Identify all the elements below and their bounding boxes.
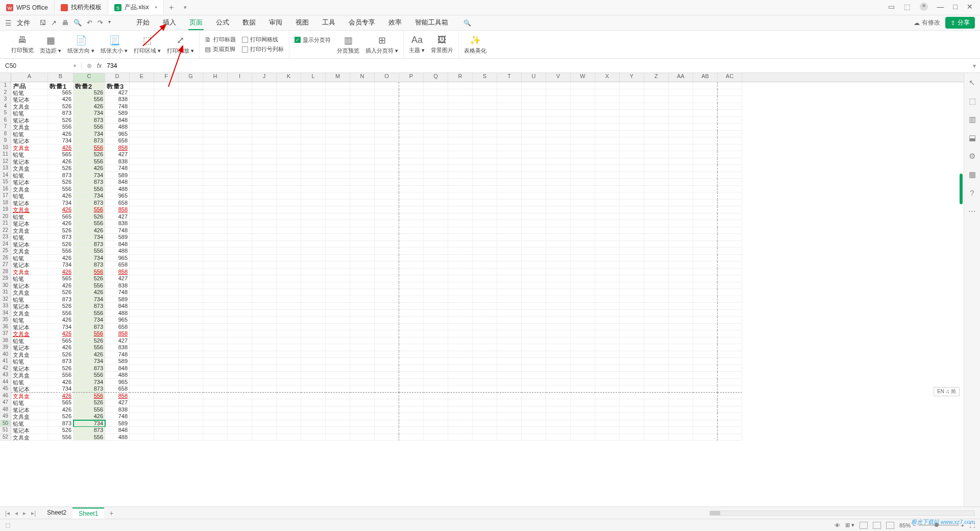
cell[interactable]: [595, 420, 620, 427]
cell[interactable]: [522, 289, 546, 296]
cell[interactable]: 文具盒: [11, 186, 48, 193]
cell[interactable]: [375, 310, 399, 317]
cell[interactable]: [375, 296, 399, 303]
cell[interactable]: [399, 261, 424, 269]
cell[interactable]: [620, 158, 644, 165]
cell[interactable]: [522, 261, 546, 269]
cell[interactable]: [252, 434, 277, 441]
cell[interactable]: 873: [48, 110, 74, 117]
row-header[interactable]: 26: [0, 255, 11, 262]
cell[interactable]: [375, 379, 399, 386]
cell[interactable]: [252, 413, 277, 420]
cell[interactable]: 565: [48, 213, 74, 221]
cell[interactable]: [497, 344, 522, 351]
row-header[interactable]: 12: [0, 158, 11, 165]
cell[interactable]: [693, 124, 718, 131]
cell[interactable]: [203, 393, 228, 400]
row-header[interactable]: 27: [0, 261, 11, 269]
cell[interactable]: [620, 96, 644, 103]
cell[interactable]: [644, 420, 669, 427]
cell[interactable]: [326, 427, 350, 434]
cell[interactable]: [718, 393, 742, 400]
cell[interactable]: 526: [74, 337, 105, 345]
sheet-tab[interactable]: Sheet2: [41, 508, 72, 519]
cell[interactable]: [546, 296, 571, 303]
menu-tab-8[interactable]: 会员专享: [348, 16, 376, 30]
cell[interactable]: [252, 227, 277, 234]
cell[interactable]: [154, 151, 179, 158]
cell[interactable]: [228, 186, 252, 193]
cell[interactable]: 426: [48, 206, 74, 213]
cell[interactable]: [718, 137, 742, 144]
cell[interactable]: [693, 379, 718, 386]
cell[interactable]: [620, 227, 644, 234]
cell[interactable]: 426: [48, 144, 74, 152]
cell[interactable]: [718, 151, 742, 158]
cell[interactable]: [546, 220, 571, 227]
cell[interactable]: [350, 241, 375, 248]
cell[interactable]: [228, 234, 252, 241]
cell[interactable]: [669, 420, 693, 427]
cell[interactable]: 426: [48, 282, 74, 289]
cell[interactable]: [546, 261, 571, 269]
cell[interactable]: [424, 344, 448, 351]
cube-icon[interactable]: ⬚: [904, 3, 911, 12]
row-header[interactable]: 21: [0, 220, 11, 227]
cell[interactable]: [350, 234, 375, 241]
cell[interactable]: [277, 303, 301, 310]
cell[interactable]: [522, 206, 546, 213]
cell[interactable]: [326, 192, 350, 200]
cell[interactable]: [154, 358, 179, 365]
cell[interactable]: 426: [74, 289, 105, 296]
cell[interactable]: [718, 186, 742, 193]
cell[interactable]: [203, 255, 228, 262]
cell[interactable]: [154, 186, 179, 193]
cell[interactable]: [203, 296, 228, 303]
cell[interactable]: [179, 351, 203, 358]
cell[interactable]: [203, 337, 228, 345]
cell[interactable]: [375, 137, 399, 144]
cell[interactable]: [203, 124, 228, 131]
cell[interactable]: [301, 124, 326, 131]
cell[interactable]: [718, 131, 742, 138]
cell[interactable]: [522, 385, 546, 393]
cell[interactable]: [571, 234, 595, 241]
cell[interactable]: 426: [74, 413, 105, 420]
cell[interactable]: [228, 227, 252, 234]
cell[interactable]: [497, 406, 522, 414]
cell[interactable]: [473, 296, 497, 303]
cell[interactable]: [595, 358, 620, 365]
cell[interactable]: [448, 213, 473, 221]
cell[interactable]: [375, 289, 399, 296]
cell[interactable]: [375, 234, 399, 241]
cell[interactable]: [448, 413, 473, 420]
cell[interactable]: [595, 151, 620, 158]
cell[interactable]: [228, 289, 252, 296]
cell[interactable]: [350, 206, 375, 213]
cell[interactable]: [154, 275, 179, 282]
cell[interactable]: [375, 241, 399, 248]
cell[interactable]: [326, 261, 350, 269]
cell[interactable]: [424, 358, 448, 365]
cell[interactable]: [326, 220, 350, 227]
cell[interactable]: [571, 124, 595, 131]
cell[interactable]: [350, 96, 375, 103]
cell[interactable]: [228, 144, 252, 152]
cell[interactable]: [179, 241, 203, 248]
cell[interactable]: [595, 220, 620, 227]
cell[interactable]: [669, 220, 693, 227]
cell[interactable]: 文具盒: [11, 269, 48, 276]
cell[interactable]: [179, 275, 203, 282]
cell[interactable]: 文具盒: [11, 310, 48, 317]
row-header[interactable]: 1: [0, 82, 11, 89]
cell[interactable]: [301, 379, 326, 386]
cell[interactable]: [595, 324, 620, 331]
cell[interactable]: [473, 248, 497, 255]
cloud-status[interactable]: ☁有修改: [914, 18, 940, 27]
background-button[interactable]: 🖼背景图片: [431, 35, 453, 54]
cell[interactable]: 734: [48, 200, 74, 207]
cell[interactable]: 965: [105, 317, 130, 324]
formula-input[interactable]: [107, 62, 964, 69]
cell[interactable]: [350, 137, 375, 144]
cell[interactable]: [522, 296, 546, 303]
